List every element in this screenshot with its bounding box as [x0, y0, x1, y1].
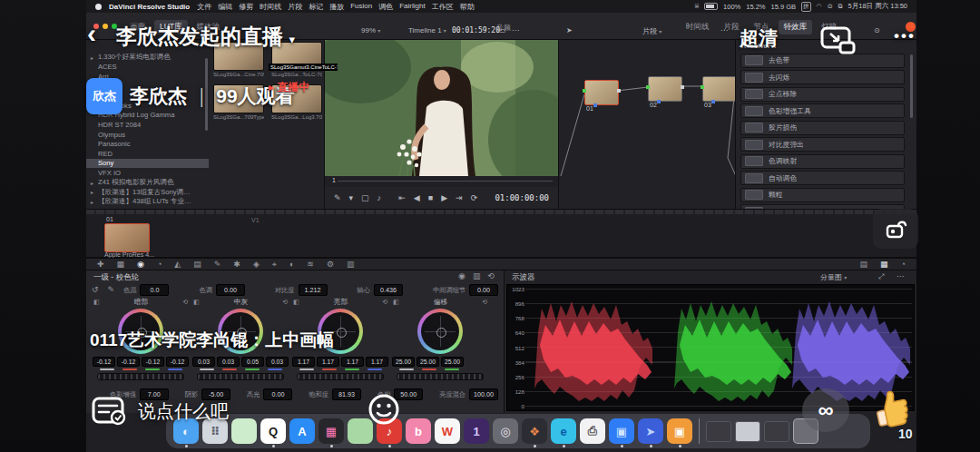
- timeline-clip-thumbnail[interactable]: [104, 223, 150, 252]
- spotlight-search-icon[interactable]: ⊙: [828, 3, 833, 10]
- wing-blue-icon[interactable]: ➤: [638, 418, 663, 444]
- stream-title[interactable]: 李欣杰发起的直播 ▾: [116, 23, 295, 51]
- audio-mute-icon[interactable]: ♪: [377, 194, 382, 202]
- info-panel-icon[interactable]: ◔: [901, 260, 906, 269]
- comment-input[interactable]: 说点什么吧: [138, 399, 229, 424]
- toolbar-right-tab[interactable]: 特效库: [779, 20, 813, 34]
- minimized-window-2[interactable]: [735, 421, 760, 442]
- camera-raw-icon[interactable]: ✚: [97, 260, 104, 269]
- wheel-value-g[interactable]: 0.05: [241, 357, 264, 367]
- wheel-master-slider[interactable]: [197, 373, 284, 380]
- wheel-value-r[interactable]: 1.17: [317, 357, 339, 367]
- menubar-menu[interactable]: 工作区: [432, 2, 454, 12]
- rgb-mixer-icon[interactable]: ◭: [174, 260, 181, 269]
- wheel-reset-icon[interactable]: ⟲: [482, 299, 487, 306]
- motion-effects-icon[interactable]: ▤: [193, 260, 201, 269]
- menubar-datetime[interactable]: 5月18日 周六 13:50: [848, 2, 907, 11]
- interaction-loop-button[interactable]: ∞: [802, 388, 849, 432]
- wheel-lum-icon[interactable]: ◧: [293, 299, 299, 306]
- blackmagic-utility-icon[interactable]: ◎: [493, 418, 518, 444]
- minimized-window-1[interactable]: [706, 421, 731, 442]
- app-store-icon[interactable]: A: [289, 418, 315, 444]
- scope-mode-select[interactable]: 分量图 ▾: [820, 272, 847, 282]
- lut-folder-row[interactable]: ▸ Z41 模拟电影胶片风调色: [86, 178, 209, 188]
- menubar-menu[interactable]: Fusion: [350, 2, 372, 12]
- menubar-menu[interactable]: 编辑: [218, 2, 232, 12]
- effect-item[interactable]: 颗粒: [740, 188, 905, 202]
- display-mirroring-icon[interactable]: ⌸: [695, 3, 699, 10]
- lut-folder-row[interactable]: ▸ 【欣渠道】438组 LUTs 专业…: [86, 197, 209, 207]
- wheel-reset-icon[interactable]: ⟲: [382, 299, 387, 306]
- grab-still-icon[interactable]: ▢: [361, 194, 369, 202]
- node-03[interactable]: [702, 76, 737, 102]
- wheel-reset-icon[interactable]: ⟲: [282, 299, 288, 306]
- screen-lock-button[interactable]: [873, 209, 918, 249]
- qualifier-icon[interactable]: ✱: [233, 260, 240, 269]
- parameter-value[interactable]: 0.00: [216, 284, 245, 296]
- node-more-icon[interactable]: ⋯: [720, 26, 728, 34]
- color-wheel[interactable]: [417, 309, 463, 354]
- notes-green-icon[interactable]: [231, 418, 257, 444]
- effect-item[interactable]: 色调映射: [740, 154, 905, 169]
- emoji-button[interactable]: [367, 392, 401, 427]
- wheel-value-lum[interactable]: -0.12: [93, 357, 115, 367]
- wheel-master-slider[interactable]: [297, 373, 384, 380]
- wheel-value-lum[interactable]: 1.17: [292, 357, 315, 367]
- lut-folder-row[interactable]: ▸ 1.330个好莱坞电影调色: [86, 53, 209, 63]
- wheel-mode-icon[interactable]: ◉: [458, 272, 466, 280]
- scope-more-icon[interactable]: ⋯: [897, 272, 904, 280]
- node-cursor-icon[interactable]: ➤: [566, 26, 573, 34]
- lut-folder-row[interactable]: HDR ST 2084: [86, 120, 209, 130]
- step-back-button[interactable]: ◀: [414, 194, 420, 202]
- annotate-pen-icon[interactable]: ✎: [334, 194, 341, 202]
- color-wheels-icon[interactable]: ◉: [137, 260, 144, 269]
- screen-cast-icon[interactable]: [819, 25, 858, 56]
- viewer-expand-icon[interactable]: ▭: [499, 26, 506, 34]
- comment-panel-icon[interactable]: [91, 394, 129, 428]
- wheel-value-g[interactable]: 25.00: [441, 357, 464, 367]
- viewer-more-icon[interactable]: ⋯: [512, 26, 519, 34]
- menubar-menu[interactable]: 片段: [288, 2, 302, 12]
- printer-icon[interactable]: ⎙: [580, 418, 605, 444]
- palette-reset-icon[interactable]: ⟲: [487, 272, 495, 280]
- lut-folder-row[interactable]: ACES: [86, 63, 209, 73]
- menubar-menu[interactable]: 帮助: [460, 2, 475, 12]
- hdr-grade-icon[interactable]: ◔: [157, 260, 162, 269]
- wheel-lum-icon[interactable]: ◧: [393, 299, 399, 306]
- menubar-menu[interactable]: 标记: [309, 2, 323, 12]
- sizing-palette-icon[interactable]: ▥: [347, 260, 355, 269]
- menubar-menu[interactable]: 时间线: [260, 2, 281, 12]
- parameter-value[interactable]: 0.436: [374, 284, 403, 296]
- wheel-value-g[interactable]: 1.17: [341, 357, 364, 367]
- effects-scrollbar[interactable]: [910, 54, 913, 118]
- loop-playback-icon[interactable]: ⟳: [471, 194, 478, 202]
- wheel-lum-icon[interactable]: ◧: [193, 299, 200, 306]
- parameter-value[interactable]: 0.00: [263, 388, 292, 400]
- wheel-value-b[interactable]: 1.17: [366, 357, 388, 367]
- wheel-value-lum[interactable]: 0.03: [192, 357, 215, 367]
- wps-office-icon[interactable]: W: [435, 418, 460, 444]
- tracker-icon[interactable]: ⌖: [272, 260, 277, 269]
- input-method-badge[interactable]: 拼: [801, 2, 811, 12]
- go-start-button[interactable]: ⇤: [398, 194, 406, 202]
- wheel-value-b[interactable]: 0.03: [266, 357, 289, 367]
- effect-item[interactable]: 对比度弹出: [740, 137, 905, 152]
- viewer-zoom-select[interactable]: 99% ▾: [361, 26, 380, 34]
- wheel-value-r[interactable]: 25.00: [416, 357, 439, 367]
- node-02[interactable]: [648, 76, 682, 102]
- effects-search-icon[interactable]: ⊙: [874, 26, 880, 34]
- effect-item[interactable]: 色彩增强工具: [740, 103, 905, 118]
- final-cut-pro-icon[interactable]: ▦: [318, 418, 344, 444]
- edge-icon[interactable]: e: [551, 418, 576, 444]
- parameter-value[interactable]: 0.0: [140, 284, 169, 296]
- capture-one-icon[interactable]: 1: [464, 418, 489, 444]
- blur-palette-icon[interactable]: ≋: [307, 260, 314, 269]
- bars-mode-icon[interactable]: ▥: [473, 272, 481, 280]
- window-icon[interactable]: ◈: [253, 260, 260, 269]
- menubar-menu[interactable]: Fairlight: [399, 2, 425, 12]
- voov-meeting-icon[interactable]: ▣: [609, 418, 634, 444]
- lut-folder-row[interactable]: ▸ 【欣渠道】13组复古Sony调…: [86, 187, 209, 197]
- back-button[interactable]: ‹: [87, 20, 96, 47]
- viewer-scrub-bar[interactable]: 1: [325, 176, 558, 187]
- bilibili-icon[interactable]: b: [406, 418, 431, 444]
